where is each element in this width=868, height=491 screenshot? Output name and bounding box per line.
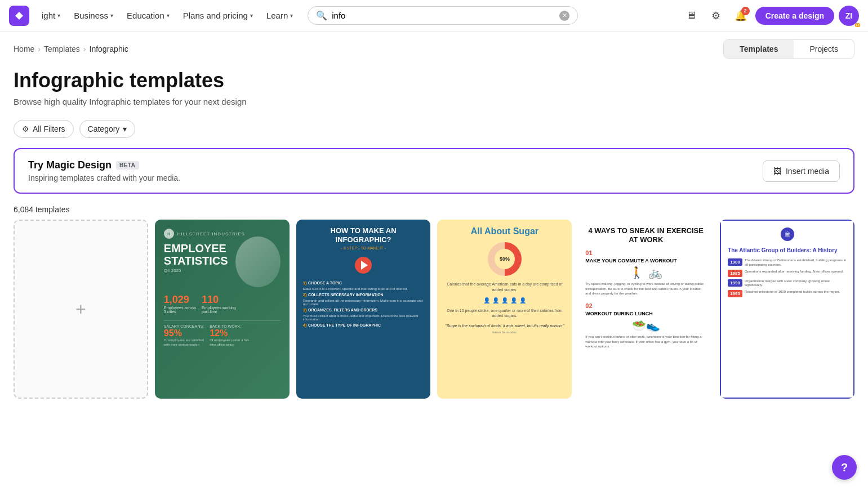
breadcrumb: Home › Templates › Infographic [14, 44, 128, 53]
card-employee-stat2: 110 [202, 294, 236, 306]
notification-badge: 2 [741, 7, 750, 15]
search-bar: 🔍 ✕ [308, 6, 578, 25]
nav-item-ight[interactable]: ight ▾ [36, 7, 66, 24]
nav-item-learn-label: Learn [266, 11, 288, 20]
template-card-blank[interactable]: + [14, 220, 148, 399]
nav-item-education-label: Education [127, 11, 164, 20]
tab-templates[interactable]: Templates [724, 40, 794, 58]
card-howto-subtitle: ⬩ 8 STEPS TO MAKE IT ⬩ [303, 246, 424, 250]
filters-bar: ⚙ All Filters Category ▾ [0, 112, 868, 146]
template-card-sugar[interactable]: All About Sugar 50% Calories that the av… [437, 220, 572, 399]
nav-item-business-chevron: ▾ [110, 12, 113, 19]
card-history-timeline: 1980 The Atlantic Group of Baltimorians … [728, 258, 847, 297]
monitor-button[interactable]: 🖥 [681, 6, 701, 26]
filter-icon: ⚙ [22, 124, 29, 133]
card-exercise-title: 4 WAYS TO SNEAK IN EXERCISE AT WORK [585, 226, 706, 244]
search-clear-button[interactable]: ✕ [559, 11, 569, 21]
nav-item-business-label: Business [74, 11, 108, 20]
all-filters-label: All Filters [33, 124, 65, 133]
card-sugar-author: karen bermudez [492, 331, 517, 334]
page-subtitle: Browse high quality Infographic template… [14, 97, 854, 106]
insert-media-button[interactable]: 🖼 Insert media [763, 160, 840, 182]
card-history-title: The Atlantic Group of Builders: A Histor… [728, 247, 847, 254]
nav-item-learn[interactable]: Learn ▾ [261, 7, 299, 24]
search-icon: 🔍 [316, 10, 327, 21]
nav-item-plans[interactable]: Plans and pricing ▾ [177, 7, 259, 24]
card-employee-stat1: 1,029 [164, 294, 196, 306]
notifications-button[interactable]: 🔔 2 [731, 6, 751, 26]
navbar: ight ▾ Business ▾ Education ▾ Plans and … [0, 0, 868, 32]
breadcrumb-sep-1: › [38, 44, 41, 53]
card-howto-title: HOW TO MAKE AN INFOGRAPHIC? [303, 226, 424, 244]
card-sugar-icons: 👤👤👤👤👤 [483, 297, 526, 303]
card-sugar-title: All About Sugar [471, 226, 538, 236]
nav-item-plans-label: Plans and pricing [183, 11, 248, 20]
all-filters-button[interactable]: ⚙ All Filters [14, 120, 74, 138]
category-filter-button[interactable]: Category ▾ [79, 120, 136, 138]
page-title: Infographic templates [14, 69, 854, 92]
template-card-history[interactable]: 🏛 The Atlantic Group of Builders: A Hist… [720, 220, 854, 399]
card-employee-company: HILLSTREET INDUSTRIES [177, 231, 245, 236]
search-input[interactable] [332, 11, 555, 20]
card-employee-period: Q4 2025 [164, 268, 281, 273]
nav-item-education-chevron: ▾ [167, 12, 170, 19]
breadcrumb-bar: Home › Templates › Infographic Templates… [0, 32, 868, 59]
nav-item-education[interactable]: Education ▾ [121, 7, 175, 24]
nav-item-ight-chevron: ▾ [57, 12, 60, 19]
magic-title-text: Try Magic Design [28, 159, 112, 171]
nav-item-business[interactable]: Business ▾ [68, 7, 119, 24]
card-sugar-percent: 50% [495, 249, 515, 269]
template-count: 6,084 templates [0, 200, 868, 220]
card-sugar-quote: "Sugar is the sociopath of foods. It act… [445, 323, 564, 328]
card-howto-steps: 1) CHOOSE A TOPIC Make sure it is a rele… [303, 280, 424, 329]
breadcrumb-sep-2: › [83, 44, 86, 53]
breadcrumb-current: Infographic [90, 44, 128, 53]
magic-banner-content: Try Magic Design BETA Inspiring template… [28, 159, 180, 182]
nav-item-learn-chevron: ▾ [290, 12, 293, 19]
category-filter-label: Category [88, 124, 120, 133]
template-card-exercise[interactable]: 4 WAYS TO SNEAK IN EXERCISE AT WORK 01 M… [578, 220, 713, 399]
nav-item-plans-chevron: ▾ [250, 12, 253, 19]
gear-icon: ⚙ [711, 10, 720, 22]
monitor-icon: 🖥 [686, 10, 696, 21]
magic-title: Try Magic Design BETA [28, 159, 180, 171]
template-grid: + H HILLSTREET INDUSTRIES EMPLOYEESTATIS… [0, 220, 868, 412]
insert-media-label: Insert media [786, 167, 829, 176]
settings-button[interactable]: ⚙ [706, 6, 726, 26]
breadcrumb-home[interactable]: Home [14, 44, 34, 53]
template-card-employee[interactable]: H HILLSTREET INDUSTRIES EMPLOYEESTATISTI… [155, 220, 290, 399]
avatar-initials: ZI [845, 11, 852, 20]
tabs-right: Templates Projects [723, 39, 854, 59]
nav-item-ight-label: ight [42, 11, 55, 20]
card-sugar-chart: 50% [488, 242, 522, 276]
insert-media-icon: 🖼 [773, 167, 781, 176]
magic-subtitle: Inspiring templates crafted with your me… [28, 173, 180, 182]
avatar-pro-badge: R [855, 23, 860, 27]
breadcrumb-templates[interactable]: Templates [44, 44, 80, 53]
create-design-button[interactable]: Create a design [755, 7, 834, 25]
brand-logo[interactable] [9, 6, 29, 26]
brand-icon [9, 6, 29, 26]
card-employee-back: 12% [210, 328, 250, 338]
avatar[interactable]: ZI R [839, 6, 859, 26]
add-template-icon: + [75, 299, 86, 320]
card-sugar-fact1: Calories that the average American eats … [444, 282, 565, 293]
page-header: Infographic templates Browse high qualit… [0, 59, 868, 112]
beta-badge: BETA [116, 161, 139, 169]
card-employee-salary: 95% [164, 328, 204, 338]
magic-banner: Try Magic Design BETA Inspiring template… [14, 148, 854, 194]
template-card-howto[interactable]: HOW TO MAKE AN INFOGRAPHIC? ⬩ 8 STEPS TO… [296, 220, 431, 399]
tab-projects[interactable]: Projects [794, 40, 854, 58]
nav-actions: 🖥 ⚙ 🔔 2 Create a design ZI R [681, 6, 859, 26]
category-chevron-icon: ▾ [123, 124, 127, 133]
